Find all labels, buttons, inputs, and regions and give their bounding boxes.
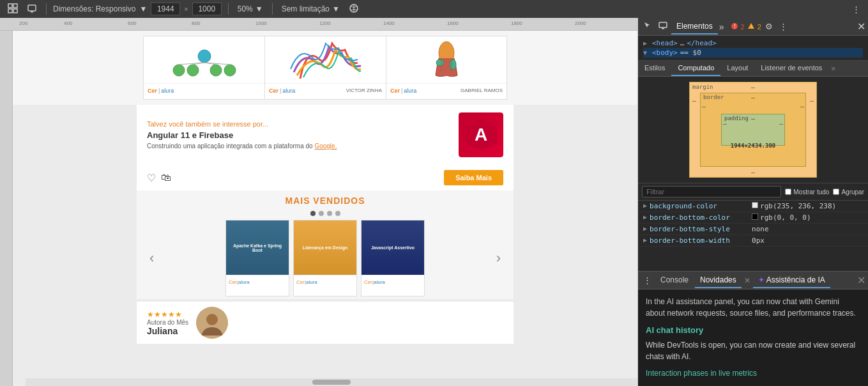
inspect-element-btn[interactable] — [5, 2, 20, 17]
tree-head-tag: <head> — [652, 39, 678, 47]
tree-head-line[interactable]: ▶ <head> … </head> — [643, 38, 863, 48]
error-count: ! — [731, 22, 738, 31]
prop-swatch-bg[interactable] — [752, 202, 758, 208]
bag-icon[interactable]: 🛍 — [161, 172, 171, 183]
prev-arrow-btn[interactable]: ‹ — [147, 250, 156, 266]
sub-tab-more-btn[interactable]: » — [828, 61, 838, 76]
content-size: 1944×2434.300 — [731, 143, 775, 149]
console-tab-ai[interactable]: ✦ Assistência de IA — [753, 273, 830, 288]
tab-elementos[interactable]: Elementos — [671, 19, 718, 35]
settings-network-icon[interactable] — [346, 2, 362, 17]
next-arrow-btn[interactable]: › — [494, 250, 503, 266]
show-all-checkbox[interactable] — [785, 189, 791, 195]
svg-rect-3 — [13, 9, 17, 13]
prop-value-bbs: none — [752, 225, 769, 233]
anatomical-svg — [424, 40, 469, 82]
more-tabs-btn[interactable]: » — [719, 22, 724, 32]
device-toggle-btn[interactable] — [24, 2, 40, 17]
settings-btn[interactable]: ⚙ — [763, 20, 775, 33]
cards-section: Cer | alura — [13, 31, 637, 105]
box-model-area: margin – – – – border – – – padding — [638, 77, 868, 183]
book-footer-3: Cer | alura — [362, 275, 424, 289]
console-options-btn[interactable]: ⋮ — [641, 274, 654, 286]
console-close-btn[interactable]: ✕ — [857, 274, 865, 286]
diagram-svg — [160, 43, 249, 79]
margin-left-dash: – — [692, 97, 696, 104]
group-checkbox[interactable] — [833, 189, 839, 195]
scroll-bottom[interactable] — [26, 378, 637, 386]
tab-layout[interactable]: Layout — [720, 61, 754, 76]
prop-arrow-2[interactable]: ▶ — [643, 213, 647, 222]
tree-arrow-body: ▼ — [643, 49, 650, 56]
dimensions-label: Dimensões: Responsivo — [53, 4, 135, 13]
margin-top-dash: – — [751, 84, 755, 91]
svg-point-12 — [224, 65, 236, 76]
preview-content: Cer | alura — [13, 31, 637, 386]
height-input[interactable] — [192, 3, 222, 15]
dots-row — [137, 211, 514, 216]
box-margin: margin – – – – border – – – padding — [689, 82, 817, 178]
heart-icon[interactable]: ♡ — [147, 172, 156, 184]
novidades-close-btn[interactable]: ✕ — [743, 276, 752, 285]
scale-selector[interactable]: 50% ▼ — [235, 3, 266, 15]
main-area: 200 400 600 800 1000 1200 1400 1600 1800… — [0, 18, 868, 386]
dot-1[interactable] — [310, 211, 316, 216]
angular-image: A — [459, 112, 503, 157]
css-prop-border-bottom-style: ▶ border-bottom-style none — [638, 224, 868, 235]
card-footer-2: Cer | alura VICTOR ZINHA — [265, 83, 386, 97]
device-mode-btn[interactable] — [656, 20, 670, 33]
course-card-3[interactable]: Cer | alura GABRIEL RAMOS — [386, 36, 507, 100]
prop-arrow-1[interactable]: ▶ — [643, 202, 647, 210]
tab-estilos[interactable]: Estilos — [638, 61, 671, 76]
book-card-3[interactable]: Javascript Assertivo Cer | alura — [361, 220, 425, 297]
mais-vendidos-section: MAIS VENDIDOS ‹ — [137, 190, 514, 299]
svg-point-11 — [210, 65, 222, 76]
tab-listener[interactable]: Listener de eventos — [754, 61, 828, 76]
console-tabs: ⋮ Console Novidades ✕ ✦ Assistência de I… — [638, 272, 868, 290]
prop-arrow-3[interactable]: ▶ — [643, 225, 647, 233]
scroll-thumb-bottom[interactable] — [312, 380, 351, 385]
box-padding: padding – – – 1944×2434.300 — [721, 114, 785, 146]
margin-label: margin — [692, 84, 713, 90]
book-card-1[interactable]: Apache Kafka e Spring Boot Cer | alura — [225, 220, 289, 297]
books-row: ‹ Apache Kafka e Spring Boot C — [137, 220, 514, 297]
width-input[interactable] — [151, 3, 180, 15]
prop-arrow-4[interactable]: ▶ — [643, 236, 647, 245]
console-tab-novidades[interactable]: Novidades — [695, 273, 742, 288]
times-icon: × — [184, 5, 188, 13]
limit-selector[interactable]: Sem limitação ▼ — [279, 3, 342, 15]
separator-2 — [228, 3, 229, 15]
course-card-1[interactable]: Cer | alura — [143, 36, 264, 100]
action-row: ♡ 🛍 Saiba Mais — [137, 165, 514, 190]
box-content: 1944×2434.300 — [752, 145, 754, 146]
css-prop-border-bottom-width: ▶ border-bottom-width 0px — [638, 235, 868, 247]
prop-swatch-bbc[interactable] — [752, 213, 758, 220]
tab-computado[interactable]: Computado — [671, 61, 720, 76]
ai-sparkle-icon: ✦ — [758, 275, 765, 284]
dot-3[interactable] — [327, 211, 332, 216]
course-card-2[interactable]: Cer | alura VICTOR ZINHA — [264, 36, 386, 100]
book-card-2[interactable]: Liderança em Design Cer | alura — [293, 220, 357, 297]
svg-rect-22 — [659, 22, 667, 27]
card-img-1 — [144, 38, 264, 83]
dot-2[interactable] — [319, 211, 324, 216]
mais-vendidos-title: MAIS VENDIDOS — [137, 196, 514, 206]
inspect-mode-btn[interactable] — [641, 20, 655, 33]
console-tab-console[interactable]: Console — [655, 273, 694, 288]
dot-4[interactable] — [335, 211, 340, 216]
google-link[interactable]: Google. — [314, 143, 337, 150]
border-top-dash: – — [751, 94, 755, 101]
margin-bottom-dash: – — [751, 169, 755, 176]
tree-body-line[interactable]: ▼ <body> == $0 — [643, 48, 863, 58]
kebab-menu-btn[interactable]: ⋮ — [777, 20, 790, 33]
saiba-mais-button[interactable]: Saiba Mais — [444, 170, 503, 185]
console-intro-text: In the AI assistance panel, you can now … — [646, 296, 860, 319]
more-options-btn[interactable]: ⋮ — [849, 3, 863, 15]
card-img-3 — [386, 38, 506, 83]
prop-value-bbw: 0px — [752, 236, 765, 245]
ruler-side — [0, 31, 13, 386]
css-filter-bar: Mostrar tudo Agrupar — [638, 183, 868, 201]
devtools-close-btn[interactable]: ✕ — [857, 20, 865, 33]
box-model: margin – – – – border – – – padding — [689, 82, 817, 178]
css-filter-input[interactable] — [642, 186, 781, 197]
